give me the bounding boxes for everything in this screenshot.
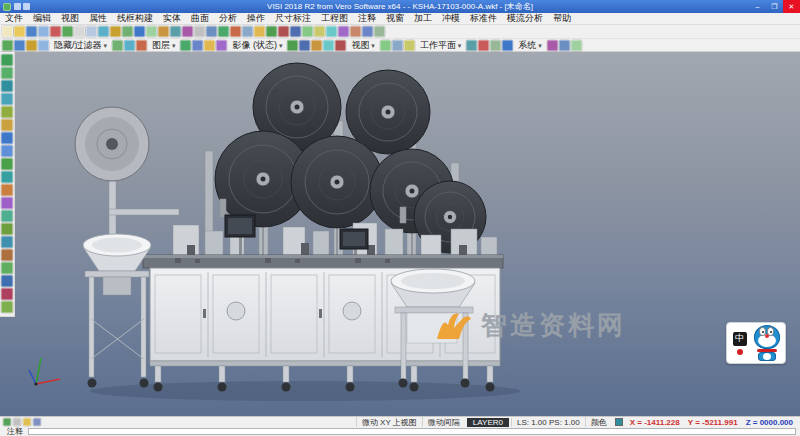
tool-icon[interactable] (1, 106, 13, 118)
tool-icon[interactable] (299, 40, 310, 51)
tool-icon[interactable] (374, 26, 385, 37)
tool-icon[interactable] (254, 26, 265, 37)
menu-item[interactable]: 文件 (0, 12, 28, 25)
tool-icon[interactable] (1, 262, 13, 274)
command-input[interactable] (28, 428, 796, 435)
tool-icon[interactable] (124, 40, 135, 51)
tool-icon[interactable] (1, 249, 13, 261)
tool-icon[interactable] (110, 26, 121, 37)
maximize-button[interactable]: ❐ (766, 0, 783, 13)
tool-icon[interactable] (287, 40, 298, 51)
tool-icon[interactable] (2, 40, 13, 51)
tool-icon[interactable] (559, 40, 570, 51)
tool-icon[interactable] (1, 54, 13, 66)
tool-icon[interactable] (122, 26, 133, 37)
quick-access-icon[interactable] (23, 3, 30, 10)
tool-icon[interactable] (1, 184, 13, 196)
tool-icon[interactable] (1, 67, 13, 79)
tool-icon[interactable] (3, 418, 11, 426)
menu-item[interactable]: 冲模 (437, 12, 465, 25)
tool-icon[interactable] (112, 40, 123, 51)
tool-icon[interactable] (1, 236, 13, 248)
tool-icon[interactable] (180, 40, 191, 51)
tool-icon[interactable] (74, 26, 85, 37)
tool-icon[interactable] (1, 158, 13, 170)
tool-icon[interactable] (350, 26, 361, 37)
close-button[interactable]: ✕ (783, 0, 800, 13)
tool-icon[interactable] (86, 26, 97, 37)
tool-icon[interactable] (1, 171, 13, 183)
tool-icon[interactable] (1, 93, 13, 105)
menu-item[interactable]: 视窗 (381, 12, 409, 25)
tool-icon[interactable] (571, 40, 582, 51)
menu-item[interactable]: 视图 (56, 12, 84, 25)
tool-icon[interactable] (14, 40, 25, 51)
tool-icon[interactable] (1, 145, 13, 157)
tool-icon[interactable] (33, 418, 41, 426)
menu-item[interactable]: 实体 (158, 12, 186, 25)
menu-item[interactable]: 分析 (214, 12, 242, 25)
toolbar-label-filters[interactable]: 隐藏/过滤器 (50, 39, 111, 52)
toolbar-label-shading[interactable]: 影像 (状态) (228, 39, 286, 52)
tool-icon[interactable] (326, 26, 337, 37)
status-color-label[interactable]: 颜色 (585, 417, 612, 428)
toolbar-label-workplane[interactable]: 工作平面 (416, 39, 465, 52)
menu-item[interactable]: 注释 (353, 12, 381, 25)
tool-icon[interactable] (192, 40, 203, 51)
menu-item[interactable]: 帮助 (548, 12, 576, 25)
tool-icon[interactable] (314, 26, 325, 37)
quick-access-icon[interactable] (14, 3, 21, 10)
tool-icon[interactable] (170, 26, 181, 37)
tool-icon[interactable] (1, 288, 13, 300)
menu-item[interactable]: 模流分析 (502, 12, 548, 25)
menu-item[interactable]: 加工 (409, 12, 437, 25)
status-step[interactable]: 微动间隔 (422, 417, 465, 428)
tool-icon[interactable] (380, 40, 391, 51)
menu-item[interactable]: 标准件 (465, 12, 502, 25)
tool-icon[interactable] (362, 26, 373, 37)
tool-icon[interactable] (404, 40, 415, 51)
viewport-3d[interactable]: 智造资料网 中 (0, 52, 800, 416)
tool-icon[interactable] (158, 26, 169, 37)
toolbar-label-system[interactable]: 系统 (514, 39, 545, 52)
tool-icon[interactable] (13, 418, 21, 426)
tool-icon[interactable] (50, 26, 61, 37)
tool-icon[interactable] (230, 26, 241, 37)
tool-icon[interactable] (136, 40, 147, 51)
tool-icon[interactable] (338, 26, 349, 37)
menu-item[interactable]: 曲面 (186, 12, 214, 25)
tool-icon[interactable] (38, 26, 49, 37)
tool-icon[interactable] (182, 26, 193, 37)
status-view-mode[interactable]: 微动 XY 上视图 (356, 417, 422, 428)
tool-icon[interactable] (502, 40, 513, 51)
toolbar-label-views[interactable]: 视图 (347, 39, 378, 52)
tool-icon[interactable] (323, 40, 334, 51)
color-swatch[interactable] (615, 418, 623, 426)
menu-item[interactable]: 编辑 (28, 12, 56, 25)
tool-icon[interactable] (98, 26, 109, 37)
tool-icon[interactable] (278, 26, 289, 37)
tool-icon[interactable] (1, 210, 13, 222)
tool-icon[interactable] (23, 418, 31, 426)
minimize-button[interactable]: – (749, 0, 766, 13)
tool-icon[interactable] (1, 223, 13, 235)
menu-item[interactable]: 操作 (242, 12, 270, 25)
tool-icon[interactable] (1, 197, 13, 209)
tool-icon[interactable] (2, 26, 13, 37)
tool-icon[interactable] (204, 40, 215, 51)
tool-icon[interactable] (392, 40, 403, 51)
status-layer-dropdown[interactable]: LAYER0 (467, 418, 509, 427)
tool-icon[interactable] (478, 40, 489, 51)
menu-item[interactable]: 线框构建 (112, 12, 158, 25)
tool-icon[interactable] (290, 26, 301, 37)
tool-icon[interactable] (242, 26, 253, 37)
tool-icon[interactable] (38, 40, 49, 51)
menu-item[interactable]: 尺寸标注 (270, 12, 316, 25)
tool-icon[interactable] (216, 40, 227, 51)
tool-icon[interactable] (490, 40, 501, 51)
tool-icon[interactable] (311, 40, 322, 51)
tool-icon[interactable] (466, 40, 477, 51)
tool-icon[interactable] (194, 26, 205, 37)
tool-icon[interactable] (26, 40, 37, 51)
toolbar-label-layers[interactable]: 图层 (148, 39, 179, 52)
